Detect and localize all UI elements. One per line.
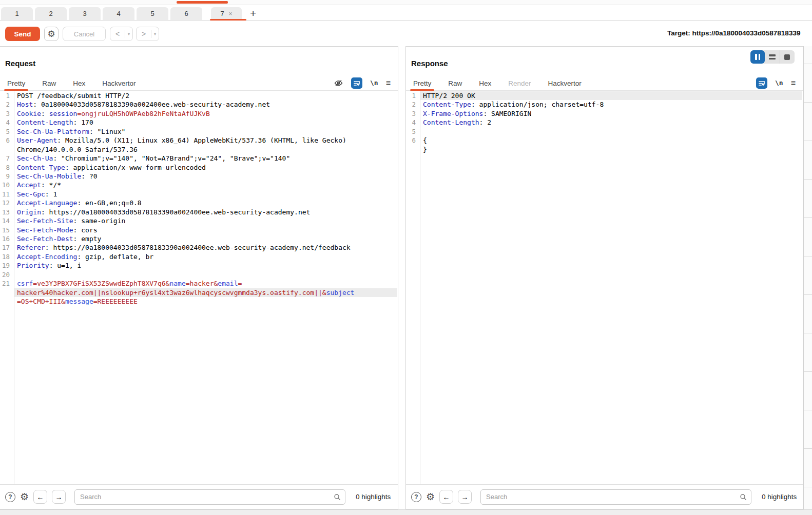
line-number: 2 [0,100,14,109]
repeater-tab-6[interactable]: 6 [170,7,202,20]
tab-label: 7 [220,10,224,17]
repeater-tab-5[interactable]: 5 [137,7,168,20]
send-button[interactable]: Send [5,27,40,41]
line-content: =OS+CMD+III&message=REEEEEEEEE [14,297,138,306]
line-number: 4 [406,118,420,127]
view-tab-raw[interactable]: Raw [42,75,56,91]
response-view-tabs: PrettyRawHexRenderHackvertor [413,75,598,90]
layout-single-button[interactable] [780,50,795,64]
editor-line: 8Content-Type: application/x-www-form-ur… [0,163,397,172]
view-tab-raw[interactable]: Raw [448,75,462,91]
editor-line: 3X-Frame-Options: SAMEORIGIN [406,109,802,118]
view-tab-hackvertor[interactable]: Hackvertor [548,75,582,91]
line-content: Content-Length: 170 [14,118,93,127]
view-layout-toggle [750,50,795,64]
response-editor[interactable]: 1HTTP/2 200 OK2Content-Type: application… [406,91,802,484]
close-tab-icon[interactable]: × [229,11,233,17]
repeater-tab-4[interactable]: 4 [103,7,134,20]
cancel-button[interactable]: Cancel [63,27,106,41]
view-tab-pretty[interactable]: Pretty [7,75,25,91]
line-number [0,288,14,297]
target-url-label: Target: https://0a180004033d0587818339 [667,29,812,37]
previous-response-button[interactable]: < ▾ [110,27,133,41]
line-content: Sec-Fetch-Site: same-origin [14,216,125,225]
next-match-button[interactable]: → [52,490,66,504]
help-icon[interactable]: ? [5,492,15,502]
response-search-input[interactable] [480,489,751,505]
view-tab-pretty[interactable]: Pretty [413,75,431,91]
editor-line: 19Priority: u=1, i [0,261,397,270]
gutter-divider [14,91,14,484]
layout-rows-button[interactable] [765,50,780,64]
line-number: 8 [0,163,14,172]
request-search-bar: ? ⚙ ← → 0 highlights [0,484,398,509]
editor-line: 2Content-Type: application/json; charset… [406,100,802,109]
previous-match-button[interactable]: ← [33,490,47,504]
word-wrap-toggle-icon[interactable] [351,77,362,89]
search-field-wrap [480,489,751,505]
repeater-tab-1[interactable]: 1 [1,7,33,20]
editor-line: 1HTTP/2 200 OK [406,91,802,100]
request-panel: Request PrettyRawHexHackvertor \n ≡ 1POS… [0,46,398,509]
editor-line: 18Accept-Encoding: gzip, deflate, br [0,252,397,261]
previous-match-button[interactable]: ← [439,490,453,504]
line-number: 1 [406,91,420,100]
editor-line: 6User-Agent: Mozilla/5.0 (X11; Linux x86… [0,136,397,145]
chevron-down-icon[interactable]: ▾ [151,32,159,36]
repeater-tab-3[interactable]: 3 [69,7,101,20]
repeater-tab-2[interactable]: 2 [35,7,67,20]
line-content: Accept-Encoding: gzip, deflate, br [14,252,153,261]
panel-splitter[interactable] [398,46,405,509]
editor-line: 13Origin: https://0a180004033d0587818339… [0,208,397,216]
search-settings-gear-icon[interactable]: ⚙ [426,491,435,503]
view-tab-hex[interactable]: Hex [73,75,85,91]
line-content: POST /feedback/submit HTTP/2 [14,91,129,100]
line-number [406,145,420,154]
main-tab-strip[interactable] [0,0,812,5]
search-field-wrap [74,489,345,505]
request-search-input[interactable] [74,489,345,505]
line-number: 2 [406,100,420,109]
next-match-button[interactable]: → [458,490,472,504]
new-tab-button[interactable]: + [250,8,256,18]
hide-nonprintable-eye-slash-icon[interactable] [334,79,343,87]
request-editor[interactable]: 1POST /feedback/submit HTTP/22Host: 0a18… [0,91,397,484]
view-tab-hackvertor[interactable]: Hackvertor [102,75,136,91]
tab-label: 3 [83,10,86,17]
editor-line: 3Cookie: session=ongjruLQH5hOWPAeb82hFeN… [0,109,397,118]
line-content: Sec-Fetch-Mode: cors [14,226,98,234]
next-response-button[interactable]: > ▾ [136,27,159,41]
layout-columns-button[interactable] [750,50,765,64]
editor-line: 2Host: 0a180004033d05878183390a002400ee.… [0,100,397,109]
line-number: 6 [0,136,14,145]
editor-line: 5Sec-Ch-Ua-Platform: "Linux" [0,127,397,136]
response-search-bar: ? ⚙ ← → 0 highlights [406,484,803,509]
line-number: 21 [0,279,14,288]
line-number: 12 [0,199,14,207]
inspector-rail[interactable] [803,46,812,509]
editor-line: 5 [406,127,802,136]
help-icon[interactable]: ? [411,492,421,502]
chevron-down-icon[interactable]: ▾ [125,32,132,36]
editor-menu-icon[interactable]: ≡ [386,78,391,88]
editor-line: 15Sec-Fetch-Mode: cors [0,226,397,234]
request-settings-gear-icon[interactable]: ⚙ [44,27,59,41]
show-newlines-icon[interactable]: \n [370,79,378,87]
word-wrap-toggle-icon[interactable] [756,77,767,89]
line-number: 13 [0,208,14,216]
view-tab-hex[interactable]: Hex [479,75,491,91]
view-tab-render[interactable]: Render [508,75,531,91]
line-content: Origin: https://0a180004033d05878183390a… [14,208,310,216]
line-number: 20 [0,270,14,279]
editor-line: 12Accept-Language: en-GB,en;q=0.8 [0,199,397,207]
editor-line: 10Accept: */* [0,181,397,189]
search-settings-gear-icon[interactable]: ⚙ [20,491,29,503]
next-arrow: > [137,30,151,38]
editor-line: 6{ [406,136,802,145]
repeater-tab-7[interactable]: 7× [211,7,242,20]
request-panel-title: Request [5,59,35,68]
response-panel-title: Response [411,59,448,68]
line-content: Sec-Fetch-Dest: empty [14,234,101,243]
show-newlines-icon[interactable]: \n [775,79,783,87]
editor-menu-icon[interactable]: ≡ [791,78,796,88]
